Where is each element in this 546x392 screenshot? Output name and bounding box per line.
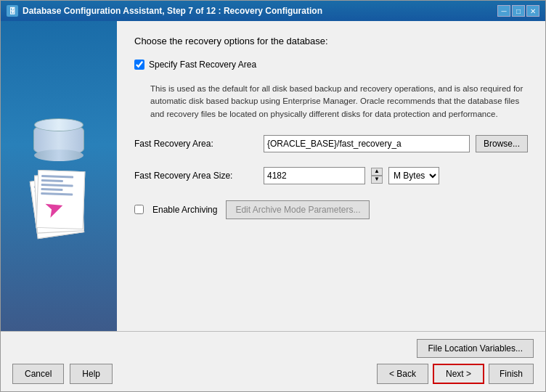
nav-right-buttons: < Back Next > Finish xyxy=(377,364,534,384)
file-location-row: File Location Variables... xyxy=(12,339,534,358)
fast-recovery-info-text: This is used as the default for all disk… xyxy=(150,83,528,121)
unit-select[interactable]: M Bytes G Bytes xyxy=(388,167,439,184)
enable-archiving-label: Enable Archiving xyxy=(152,205,217,215)
edit-archive-button[interactable]: Edit Archive Mode Parameters... xyxy=(226,200,370,219)
nav-left-buttons: Cancel Help xyxy=(12,364,113,384)
nav-row: Cancel Help < Back Next > Finish xyxy=(12,364,534,384)
doc-line xyxy=(41,179,63,182)
minimize-button[interactable]: ─ xyxy=(497,5,510,17)
title-bar-controls: ─ □ ✕ xyxy=(497,5,539,17)
back-button[interactable]: < Back xyxy=(377,364,428,384)
window-title: Database Configuration Assistant, Step 7… xyxy=(23,6,322,16)
db-illustration: ➤ xyxy=(30,123,88,243)
fast-recovery-checkbox[interactable] xyxy=(134,60,144,70)
fast-recovery-area-input[interactable] xyxy=(264,135,470,152)
app-icon: 🗄 xyxy=(7,5,18,17)
section-prompt: Choose the recovery options for the data… xyxy=(134,36,528,46)
left-panel: ➤ xyxy=(1,21,117,331)
fast-recovery-label: Specify Fast Recovery Area xyxy=(149,60,256,70)
size-spinner: ▲ ▼ xyxy=(371,168,383,184)
right-panel: Choose the recovery options for the data… xyxy=(117,21,545,331)
enable-archiving-checkbox[interactable] xyxy=(134,205,144,214)
doc-line xyxy=(41,175,73,179)
file-location-button[interactable]: File Location Variables... xyxy=(417,339,534,358)
spinner-up-button[interactable]: ▲ xyxy=(371,168,383,176)
database-cylinder-icon xyxy=(33,123,84,156)
fast-recovery-size-label: Fast Recovery Area Size: xyxy=(134,171,258,181)
spinner-down-button[interactable]: ▼ xyxy=(371,176,383,184)
next-button[interactable]: Next > xyxy=(433,364,484,384)
main-window: 🗄 Database Configuration Assistant, Step… xyxy=(0,0,546,392)
fast-recovery-size-input[interactable] xyxy=(264,167,365,184)
fast-recovery-area-label: Fast Recovery Area: xyxy=(134,139,258,149)
fast-recovery-size-row: Fast Recovery Area Size: ▲ ▼ M Bytes G B… xyxy=(134,167,528,184)
doc-line xyxy=(41,188,62,191)
browse-button[interactable]: Browse... xyxy=(476,135,528,152)
content-area: ➤ Choose the recovery options for the da… xyxy=(1,21,545,331)
title-bar-left: 🗄 Database Configuration Assistant, Step… xyxy=(7,5,322,17)
enable-archiving-row: Enable Archiving Edit Archive Mode Param… xyxy=(134,200,528,219)
fast-recovery-area-row: Fast Recovery Area: Browse... xyxy=(134,135,528,152)
doc-line xyxy=(41,184,73,187)
fast-recovery-checkbox-row: Specify Fast Recovery Area xyxy=(134,60,528,70)
maximize-button[interactable]: □ xyxy=(512,5,525,17)
bottom-section: File Location Variables... Cancel Help <… xyxy=(1,331,545,391)
title-bar: 🗄 Database Configuration Assistant, Step… xyxy=(1,1,545,21)
close-button[interactable]: ✕ xyxy=(526,5,539,17)
finish-button[interactable]: Finish xyxy=(489,364,534,384)
help-button[interactable]: Help xyxy=(70,364,113,384)
cancel-button[interactable]: Cancel xyxy=(12,364,64,384)
